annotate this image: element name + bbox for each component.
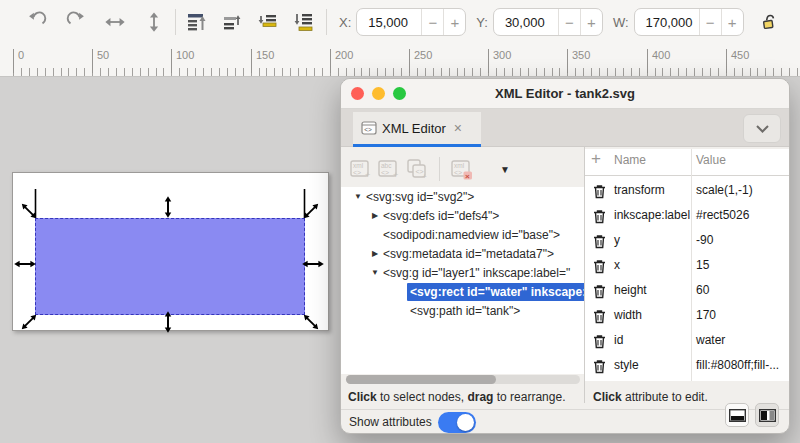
- x-field-group: X: 15,000 − +: [339, 8, 466, 36]
- attr-value[interactable]: 60: [696, 283, 709, 297]
- tree-node-svg[interactable]: ▼ <svg:svg id="svg2">: [341, 187, 584, 206]
- attr-name[interactable]: y: [614, 233, 620, 247]
- horizontal-split-icon: [729, 409, 746, 422]
- scrollbar-thumb[interactable]: [346, 375, 496, 384]
- tree-horizontal-scrollbar[interactable]: [346, 375, 580, 384]
- layout-vertical-button[interactable]: [755, 403, 779, 427]
- raise-button[interactable]: [218, 7, 248, 37]
- svg-text:<>: <>: [381, 169, 389, 176]
- attr-value[interactable]: scale(1,-1): [696, 183, 753, 197]
- attr-row-inkscape-label[interactable]: inkscape:label #rect5026: [585, 204, 790, 229]
- scale-handle-s[interactable]: [165, 311, 171, 333]
- delete-attribute-icon[interactable]: [593, 234, 606, 249]
- dialog-footer: Show attributes: [341, 410, 790, 434]
- inkscape-window: X: 15,000 − + Y: 30,000 − + W: 170,000 −…: [0, 0, 800, 443]
- scale-handle-sw[interactable]: [20, 313, 39, 332]
- expander-icon[interactable]: ▼: [370, 268, 380, 277]
- scale-handle-n[interactable]: [165, 196, 171, 218]
- scale-handle-se[interactable]: [302, 313, 321, 332]
- svg-text:<>: <>: [454, 169, 462, 176]
- attr-row-transform[interactable]: transform scale(1,-1): [585, 179, 790, 204]
- tree-node-label: <svg:metadata id="metadata7">: [380, 247, 557, 261]
- attr-name[interactable]: inkscape:label: [614, 208, 690, 222]
- lower-button[interactable]: [254, 7, 284, 37]
- tree-node-defs[interactable]: ▶ <svg:defs id="defs4">: [341, 206, 584, 225]
- attr-name[interactable]: width: [614, 308, 642, 322]
- x-label: X:: [339, 15, 351, 30]
- y-increment-button[interactable]: +: [580, 9, 602, 35]
- expander-icon[interactable]: ▶: [370, 211, 380, 220]
- tree-node-tank[interactable]: <svg:path id="tank">: [341, 301, 584, 320]
- delete-attribute-icon[interactable]: [593, 209, 606, 224]
- raise-icon: [221, 10, 245, 34]
- tree-node-namedview[interactable]: <sodipodi:namedview id="base">: [341, 225, 584, 244]
- attr-row-x[interactable]: x 15: [585, 254, 790, 279]
- attr-value[interactable]: #rect5026: [696, 208, 749, 222]
- tree-node-layer[interactable]: ▼ <svg:g id="layer1" inkscape:label=": [341, 263, 584, 282]
- lock-ratio-button[interactable]: [754, 7, 784, 37]
- tab-xml-editor[interactable]: <> XML Editor ×: [353, 112, 481, 147]
- attr-name[interactable]: height: [614, 283, 647, 297]
- w-increment-button[interactable]: +: [721, 9, 743, 35]
- delete-attribute-icon[interactable]: [593, 284, 606, 299]
- dock-menu-button[interactable]: [743, 114, 781, 143]
- attr-name[interactable]: x: [614, 258, 620, 272]
- attr-name[interactable]: transform: [614, 183, 665, 197]
- attr-value[interactable]: 170: [696, 308, 716, 322]
- show-attributes-toggle[interactable]: [438, 412, 476, 433]
- attr-row-y[interactable]: y -90: [585, 229, 790, 254]
- flip-horizontal-button[interactable]: [100, 7, 130, 37]
- scale-handle-w[interactable]: [14, 261, 36, 267]
- add-attribute-button[interactable]: +: [591, 149, 601, 169]
- attr-value[interactable]: fill:#8080ff;fill-...: [696, 358, 779, 372]
- w-input[interactable]: 170,000: [635, 9, 699, 35]
- new-text-node-icon: abc <> +: [377, 157, 401, 181]
- delete-attribute-icon[interactable]: [593, 359, 606, 374]
- layout-horizontal-button[interactable]: [725, 403, 749, 427]
- ruler-label: 300: [488, 49, 511, 73]
- attributes-hint: Click attribute to edit.: [593, 390, 708, 404]
- rotate-ccw-button[interactable]: [22, 7, 52, 37]
- tree-node-label: <svg:path id="tank">: [407, 304, 523, 318]
- tree-node-metadata[interactable]: ▶ <svg:metadata id="metadata7">: [341, 244, 584, 263]
- dialog-titlebar[interactable]: XML Editor - tank2.svg: [341, 79, 789, 109]
- ruler-label: 150: [251, 49, 274, 73]
- attr-value[interactable]: water: [696, 333, 725, 347]
- attr-row-width[interactable]: width 170: [585, 304, 790, 329]
- scale-handle-e[interactable]: [302, 261, 324, 267]
- attr-value-header: Value: [696, 153, 726, 173]
- delete-attribute-icon[interactable]: [593, 184, 606, 199]
- tab-close-icon[interactable]: ×: [454, 120, 462, 136]
- rotate-cw-button[interactable]: [61, 7, 91, 37]
- y-input[interactable]: 30,000: [494, 9, 558, 35]
- node-toolbar-dropdown-button[interactable]: ▼: [500, 164, 510, 175]
- expander-icon[interactable]: ▶: [370, 249, 380, 258]
- lower-icon: [257, 10, 281, 34]
- delete-attribute-icon[interactable]: [593, 309, 606, 324]
- new-element-node-button[interactable]: xml <> +: [347, 155, 375, 183]
- delete-attribute-icon[interactable]: [593, 334, 606, 349]
- flip-vertical-button[interactable]: [139, 7, 169, 37]
- w-spinfield: 170,000 − +: [634, 8, 744, 36]
- lower-to-bottom-button[interactable]: [290, 7, 320, 37]
- duplicate-node-button[interactable]: <> +: [403, 155, 431, 183]
- attr-name[interactable]: id: [614, 333, 623, 347]
- attr-value[interactable]: 15: [696, 258, 709, 272]
- delete-node-button[interactable]: xml <> ×: [448, 155, 476, 183]
- attr-name[interactable]: style: [614, 358, 639, 372]
- attr-row-style[interactable]: style fill:#8080ff;fill-...: [585, 354, 790, 379]
- tree-node-water-selected[interactable]: <svg:rect id="water" inkscape:la: [341, 282, 584, 301]
- w-decrement-button[interactable]: −: [699, 9, 721, 35]
- x-input[interactable]: 15,000: [357, 9, 421, 35]
- raise-to-top-button[interactable]: [182, 7, 212, 37]
- attr-value[interactable]: -90: [696, 233, 713, 247]
- tree-node-label: <svg:svg id="svg2">: [363, 190, 477, 204]
- x-decrement-button[interactable]: −: [421, 9, 443, 35]
- attr-row-id[interactable]: id water: [585, 329, 790, 354]
- expander-icon[interactable]: ▼: [353, 192, 363, 201]
- attr-row-height[interactable]: height 60: [585, 279, 790, 304]
- y-decrement-button[interactable]: −: [558, 9, 580, 35]
- x-increment-button[interactable]: +: [443, 9, 465, 35]
- delete-attribute-icon[interactable]: [593, 259, 606, 274]
- new-text-node-button[interactable]: abc <> +: [375, 155, 403, 183]
